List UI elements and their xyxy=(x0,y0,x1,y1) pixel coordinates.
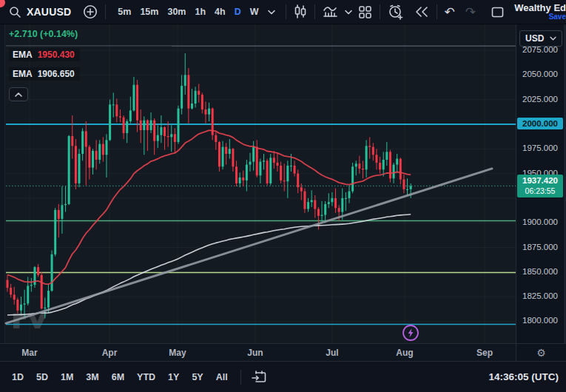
candle-body xyxy=(136,85,138,121)
clock[interactable]: 14:36:05 (UTC) xyxy=(488,371,559,382)
candle-body xyxy=(58,210,60,219)
price-tick: 1975.000 xyxy=(522,143,558,152)
range-6m[interactable]: 6M xyxy=(112,372,124,382)
chart-pane[interactable]: +2.710 (+0.14%) EMA 1950.430 EMA 1906.65… xyxy=(0,24,516,343)
chevron-up-icon xyxy=(15,92,22,97)
candle-body xyxy=(146,121,149,130)
candle-body xyxy=(92,151,94,168)
candle-body xyxy=(235,166,237,183)
save-button[interactable]: Save xyxy=(549,13,566,21)
candle-body xyxy=(27,285,29,303)
candle-body xyxy=(246,165,248,180)
month-label-apr: Apr xyxy=(102,348,118,358)
collapse-legend-button[interactable] xyxy=(9,87,28,101)
ema-slow-legend[interactable]: EMA 1906.650 xyxy=(9,67,80,81)
toolbar-divider xyxy=(286,4,286,19)
candle-body xyxy=(119,116,121,117)
candle-body xyxy=(239,178,241,183)
candle-body xyxy=(81,131,84,154)
chevron-down-icon[interactable] xyxy=(345,10,352,15)
candle-body xyxy=(85,131,87,146)
layout-grid-icon[interactable] xyxy=(358,5,372,19)
range-1d[interactable]: 1D xyxy=(12,372,24,382)
candle-body xyxy=(368,146,371,146)
candle-body xyxy=(153,121,155,141)
go-to-date-icon[interactable] xyxy=(252,371,266,384)
layout-name-group[interactable]: Wealthy Ed Save xyxy=(511,3,566,21)
candle-body xyxy=(109,104,111,140)
candle-body xyxy=(406,189,408,190)
price-axis[interactable]: USD 2075.0002050.0002025.0002000.0001975… xyxy=(516,24,566,343)
interval-15m[interactable]: 15m xyxy=(140,7,158,17)
candle-body xyxy=(95,151,98,160)
range-5d[interactable]: 5D xyxy=(36,372,48,382)
gear-icon[interactable]: ⚙ xyxy=(536,348,546,358)
range-all[interactable]: All xyxy=(216,372,228,382)
interval-group: 5m15m30m1h4hDW xyxy=(113,7,263,17)
range-ytd[interactable]: YTD xyxy=(137,372,155,382)
interval-30m[interactable]: 30m xyxy=(167,7,186,17)
search-icon[interactable] xyxy=(9,6,21,18)
chevron-down-icon[interactable] xyxy=(268,10,275,15)
candle-body xyxy=(256,147,258,176)
price-tick: 1875.000 xyxy=(522,243,558,251)
alert-clock-icon[interactable] xyxy=(388,4,404,20)
candle-body xyxy=(389,152,391,178)
candle-body xyxy=(129,110,132,121)
candle-body xyxy=(273,158,275,163)
time-axis[interactable]: MarAprMayJunJulAugSep xyxy=(0,343,516,361)
candle-body xyxy=(400,159,402,180)
candle-body xyxy=(167,136,169,137)
replay-icon[interactable] xyxy=(414,7,429,17)
candle-body xyxy=(41,275,43,308)
interval-4h[interactable]: 4h xyxy=(215,7,226,17)
price-level-badge: 2000.000 xyxy=(517,118,563,129)
layout-name[interactable]: Wealthy Ed xyxy=(514,3,566,13)
toolbar-divider xyxy=(105,4,106,19)
candle-body xyxy=(334,198,337,208)
candle-body xyxy=(351,166,354,191)
lightning-marker[interactable] xyxy=(403,325,418,340)
price-tick: 2050.000 xyxy=(522,70,558,78)
range-1m[interactable]: 1M xyxy=(61,372,73,382)
ema-slow-value: 1906.650 xyxy=(38,69,75,79)
interval-D[interactable]: D xyxy=(235,7,241,17)
redo-icon[interactable]: ↷ xyxy=(465,4,476,20)
candle-body xyxy=(7,280,9,288)
chart-legend: +2.710 (+0.14%) EMA 1950.430 EMA 1906.65… xyxy=(9,27,80,101)
candle-body xyxy=(184,75,186,86)
candle-body xyxy=(259,162,261,176)
candle-body xyxy=(355,163,357,166)
undo-icon[interactable]: ↶ xyxy=(445,4,455,20)
last-price: 1937.420 xyxy=(517,176,563,186)
candle-body xyxy=(294,166,296,174)
month-label-mar: Mar xyxy=(21,348,37,358)
candle-style-icon[interactable] xyxy=(294,4,307,19)
range-3m[interactable]: 3M xyxy=(86,372,98,382)
candle-body xyxy=(283,180,286,181)
candle-body xyxy=(16,300,18,311)
interval-1h[interactable]: 1h xyxy=(195,7,206,17)
compare-add-icon[interactable] xyxy=(83,4,98,19)
currency-label: USD xyxy=(525,33,544,44)
candle-body xyxy=(115,104,118,116)
ema-fast-name: EMA xyxy=(13,50,33,60)
candle-body xyxy=(143,121,145,130)
toolbar-divider xyxy=(314,4,315,19)
interval-W[interactable]: W xyxy=(250,7,259,17)
candle-body xyxy=(126,121,128,133)
range-1y[interactable]: 1Y xyxy=(168,372,179,382)
candle-body xyxy=(174,134,176,142)
screenshot-square-icon[interactable] xyxy=(491,7,504,18)
candle-body xyxy=(105,140,107,155)
ema-fast-legend[interactable]: EMA 1950.430 xyxy=(9,48,80,61)
indicators-icon[interactable] xyxy=(323,4,339,19)
interval-5m[interactable]: 5m xyxy=(118,7,131,17)
symbol-name[interactable]: XAUUSD xyxy=(27,6,71,18)
range-5y[interactable]: 5Y xyxy=(192,372,203,382)
currency-dropdown[interactable]: USD xyxy=(519,30,562,47)
candle-body xyxy=(215,135,217,142)
price-tick: 1850.000 xyxy=(522,267,558,276)
candle-body xyxy=(269,158,272,183)
price-tick: 1825.000 xyxy=(522,291,558,300)
